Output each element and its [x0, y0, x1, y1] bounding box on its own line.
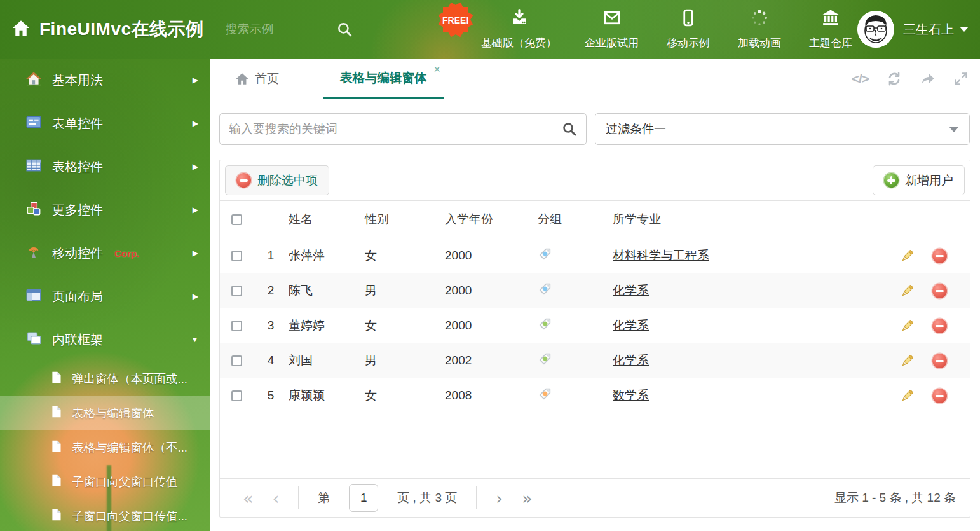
major-link[interactable]: 化学系 [613, 319, 649, 332]
delete-selected-button[interactable]: 删除选中项 [225, 165, 329, 195]
divider [476, 486, 477, 509]
cell-gender: 男 [365, 352, 445, 369]
page-number-input[interactable] [349, 484, 378, 512]
major-link[interactable]: 化学系 [613, 354, 649, 367]
next-page-button[interactable]: › [496, 490, 503, 507]
table-row: 1 张萍萍 女 2000 材料科学与工程系 [220, 238, 970, 273]
tab-grid-edit-window[interactable]: 表格与编辑窗体 ✕ [323, 59, 444, 99]
nav-item-loading-animation[interactable]: 加载动画 [724, 8, 795, 50]
sidebar-subitem-child-to-parent-2[interactable]: 子窗口向父窗口传值... [0, 499, 210, 531]
row-checkbox[interactable] [231, 321, 242, 331]
col-header-gender[interactable]: 性别 [365, 211, 445, 228]
app-title: FineUIMvc在线示例 [39, 17, 204, 41]
view-source-icon[interactable]: </> [852, 71, 869, 86]
select-all-checkbox[interactable] [231, 214, 242, 225]
sidebar-subitem-grid-edit-window[interactable]: 表格与编辑窗体 [0, 396, 210, 430]
delete-row-icon[interactable] [932, 354, 947, 368]
keyword-search-input[interactable] [220, 122, 562, 136]
filter-row: 过滤条件一 [219, 113, 970, 145]
refresh-icon[interactable] [886, 71, 902, 87]
edit-pencil-icon[interactable] [900, 354, 915, 368]
row-checkbox[interactable] [231, 251, 242, 261]
nav-item-basic-edition[interactable]: 基础版（免费） [467, 8, 571, 50]
grid-toolbar: 删除选中项 新增用户 [220, 160, 970, 200]
search-icon[interactable] [336, 21, 353, 38]
antenna-icon [25, 244, 42, 263]
file-icon [50, 371, 63, 387]
sidebar-subitem-popup-window[interactable]: 弹出窗体（本页面或... [0, 361, 210, 396]
sidebar-subitem-child-to-parent[interactable]: 子窗口向父窗口传值 [0, 464, 210, 499]
close-icon[interactable]: ✕ [433, 64, 441, 74]
house-icon [25, 71, 42, 90]
row-checkbox[interactable] [231, 286, 242, 296]
nav-item-label: 移动示例 [667, 36, 710, 50]
col-header-major[interactable]: 所学专业 [613, 211, 892, 228]
record-summary: 显示 1 - 5 条 , 共 12 条 [834, 490, 956, 506]
chevron-right-icon: ▶ [193, 76, 198, 85]
brand[interactable]: FineUIMvc在线示例 [0, 17, 204, 41]
phone-icon [679, 8, 698, 30]
edit-pencil-icon[interactable] [900, 284, 915, 298]
prev-page-button[interactable]: ‹ [273, 490, 280, 507]
chevron-right-icon: ▶ [193, 249, 198, 258]
sidebar-item-grid-controls[interactable]: 表格控件 ▶ [0, 145, 210, 188]
user-menu[interactable]: 三生石上 [903, 21, 969, 38]
home-icon [235, 72, 249, 86]
sidebar-item-label: 更多控件 [52, 202, 103, 219]
sidebar-item-basic-usage[interactable]: 基本用法 ▶ [0, 59, 210, 102]
sidebar-subitem-label: 子窗口向父窗口传值 [72, 474, 178, 490]
edit-pencil-icon[interactable] [900, 389, 915, 403]
chevron-down-icon [960, 27, 969, 32]
tag-icon [538, 317, 613, 334]
delete-row-icon[interactable] [932, 319, 947, 333]
sidebar-item-mobile-controls[interactable]: 移动控件 Corp. ▶ [0, 231, 210, 275]
home-icon [11, 18, 31, 40]
col-header-name[interactable]: 姓名 [289, 211, 365, 228]
last-page-button[interactable]: » [522, 490, 533, 507]
edit-pencil-icon[interactable] [900, 249, 915, 263]
nav-item-mobile-demo[interactable]: 移动示例 [653, 8, 724, 50]
row-number: 2 [268, 284, 275, 298]
cell-year: 2000 [445, 284, 538, 298]
sidebar-item-more-controls[interactable]: 更多控件 ▶ [0, 188, 210, 231]
share-icon[interactable] [920, 71, 936, 87]
cell-name: 张萍萍 [289, 247, 365, 264]
sidebar-subitem-grid-edit-window-2[interactable]: 表格与编辑窗体（不... [0, 430, 210, 464]
edit-pencil-icon[interactable] [900, 319, 915, 333]
nav-item-label: 企业版试用 [585, 36, 639, 50]
row-number: 4 [268, 354, 275, 368]
sidebar-subitem-label: 弹出窗体（本页面或... [72, 371, 187, 387]
sidebar-item-label: 内联框架 [52, 331, 103, 348]
nav-item-theme-repo[interactable]: 主题仓库 [795, 8, 866, 50]
major-link[interactable]: 化学系 [613, 284, 649, 297]
search-icon[interactable] [562, 121, 577, 137]
tab-home[interactable]: 首页 [229, 59, 285, 99]
cell-name: 康颖颖 [289, 387, 365, 404]
grid-empty-space [220, 413, 970, 478]
header-search-input[interactable] [226, 22, 321, 36]
nav-item-enterprise-trial[interactable]: 企业版试用 [571, 8, 653, 50]
delete-row-icon[interactable] [932, 249, 947, 263]
major-link[interactable]: 数学系 [613, 389, 649, 402]
avatar[interactable] [857, 11, 894, 48]
add-user-button[interactable]: 新增用户 [873, 165, 965, 195]
main-content: 首页 表格与编辑窗体 ✕ </> [210, 59, 980, 531]
major-link[interactable]: 材料科学与工程系 [613, 249, 709, 262]
delete-row-icon[interactable] [932, 284, 947, 298]
grid-icon [25, 157, 42, 176]
form-icon [25, 114, 42, 133]
table-row: 3 董婷婷 女 2000 化学系 [220, 308, 970, 343]
sidebar-item-form-controls[interactable]: 表单控件 ▶ [0, 102, 210, 145]
delete-row-icon[interactable] [932, 389, 947, 403]
sidebar-item-iframe[interactable]: 内联框架 ▼ [0, 318, 210, 361]
col-header-year[interactable]: 入学年份 [445, 211, 538, 228]
row-checkbox[interactable] [231, 355, 242, 366]
row-checkbox[interactable] [231, 390, 242, 401]
first-page-button[interactable]: « [243, 490, 254, 507]
expand-icon[interactable] [953, 71, 969, 86]
keyword-search-box [219, 113, 587, 145]
sidebar-item-page-layout[interactable]: 页面布局 ▶ [0, 275, 210, 318]
filter-dropdown[interactable]: 过滤条件一 [595, 113, 970, 145]
col-header-group[interactable]: 分组 [538, 211, 613, 228]
spinner-icon [750, 8, 769, 30]
